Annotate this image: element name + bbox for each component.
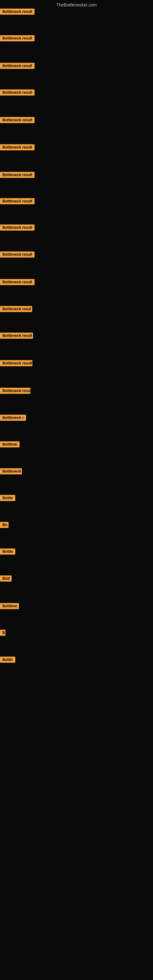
bottleneck-result-row: Bottleneck result xyxy=(0,172,35,179)
bottleneck-result-row: Bottleneck r xyxy=(0,415,26,422)
bottleneck-result-row: Bottleneck result xyxy=(0,63,35,70)
bottleneck-result-row: Bottleneck result xyxy=(0,360,32,368)
bottleneck-badge-11[interactable]: Bottleneck result xyxy=(0,279,35,285)
bottleneck-result-row: Bottleneck result xyxy=(0,198,35,205)
bottleneck-badge-21[interactable]: Bottle xyxy=(0,549,15,555)
bottleneck-badge-22[interactable]: Bott xyxy=(0,576,12,582)
bottleneck-badge-16[interactable]: Bottleneck r xyxy=(0,415,26,421)
bottleneck-result-row: Bottleneck result xyxy=(0,251,35,259)
bottleneck-badge-15[interactable]: Bottleneck resul xyxy=(0,388,30,394)
bottleneck-badge-12[interactable]: Bottleneck resul xyxy=(0,306,32,312)
bottleneck-result-row: Bottlene xyxy=(0,603,19,610)
bottleneck-result-row: Bo xyxy=(0,522,9,529)
bottleneck-badge-5[interactable]: Bottleneck result xyxy=(0,117,35,123)
bottleneck-result-row: Bottleneck result xyxy=(0,89,35,97)
bottleneck-result-row: Bottle xyxy=(0,657,15,664)
bottleneck-badge-23[interactable]: Bottlene xyxy=(0,603,19,609)
bottleneck-result-row: Bottleneck result xyxy=(0,117,35,124)
bottleneck-badge-18[interactable]: Bottleneck xyxy=(0,468,22,474)
bottleneck-result-row: Bottleneck result xyxy=(0,9,35,16)
bottleneck-result-row: Bottleneck result xyxy=(0,332,33,340)
bottleneck-result-row: Bottleneck resul xyxy=(0,306,32,313)
bottleneck-badge-24[interactable]: B xyxy=(0,630,5,636)
bottleneck-result-row: B xyxy=(0,630,5,637)
bottleneck-result-row: Bottlene xyxy=(0,441,19,449)
bottleneck-badge-17[interactable]: Bottlene xyxy=(0,441,19,447)
bottleneck-badge-13[interactable]: Bottleneck result xyxy=(0,332,33,339)
bottleneck-result-row: Bottleneck result xyxy=(0,224,35,232)
bottleneck-result-row: Bottleneck result xyxy=(0,35,35,43)
bottleneck-badge-6[interactable]: Bottleneck result xyxy=(0,144,35,150)
bottleneck-badge-3[interactable]: Bottleneck result xyxy=(0,63,35,69)
bottleneck-badge-9[interactable]: Bottleneck result xyxy=(0,224,35,231)
bottleneck-badge-4[interactable]: Bottleneck result xyxy=(0,89,35,95)
bottleneck-result-row: Bottleneck result xyxy=(0,144,35,151)
bottleneck-result-row: Bottle xyxy=(0,495,15,502)
bottleneck-badge-8[interactable]: Bottleneck result xyxy=(0,198,35,204)
bottleneck-result-row: Bottle xyxy=(0,549,15,556)
bottleneck-badge-14[interactable]: Bottleneck result xyxy=(0,360,32,366)
bottleneck-badge-2[interactable]: Bottleneck result xyxy=(0,35,35,41)
bottleneck-result-row: Bottleneck resul xyxy=(0,388,30,395)
bottleneck-badge-10[interactable]: Bottleneck result xyxy=(0,251,35,258)
bottleneck-result-row: Bottleneck result xyxy=(0,279,35,286)
bottleneck-badge-7[interactable]: Bottleneck result xyxy=(0,172,35,178)
bottleneck-badge-25[interactable]: Bottle xyxy=(0,657,15,663)
bottleneck-result-row: Bottleneck xyxy=(0,468,22,476)
site-title: TheBottlenecker.com xyxy=(0,0,153,9)
bottleneck-result-row: Bott xyxy=(0,576,12,583)
bottleneck-badge-20[interactable]: Bo xyxy=(0,522,9,528)
bottleneck-badge-1[interactable]: Bottleneck result xyxy=(0,9,35,15)
bottleneck-badge-19[interactable]: Bottle xyxy=(0,495,15,501)
